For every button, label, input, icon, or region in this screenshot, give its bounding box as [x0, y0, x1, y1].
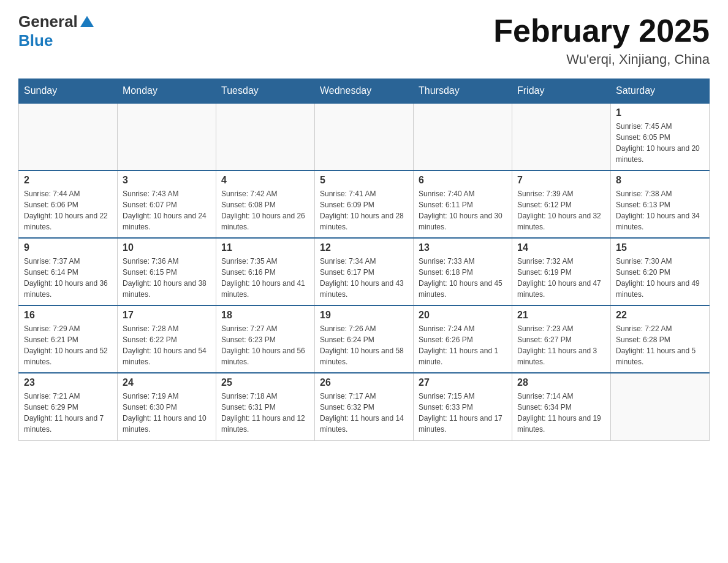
table-cell: 14Sunrise: 7:32 AMSunset: 6:19 PMDayligh… — [512, 238, 611, 305]
day-info: Sunrise: 7:30 AMSunset: 6:20 PMDaylight:… — [616, 256, 704, 300]
day-info: Sunrise: 7:29 AMSunset: 6:21 PMDaylight:… — [24, 323, 112, 367]
day-number: 3 — [123, 175, 211, 186]
day-number: 7 — [517, 175, 605, 186]
day-info: Sunrise: 7:41 AMSunset: 6:09 PMDaylight:… — [320, 188, 408, 232]
day-number: 27 — [419, 377, 507, 388]
header-monday: Monday — [118, 79, 216, 104]
table-cell — [216, 103, 315, 170]
month-title: February 2025 — [493, 12, 710, 49]
week-row-5: 23Sunrise: 7:21 AMSunset: 6:29 PMDayligh… — [19, 373, 710, 440]
day-number: 23 — [24, 377, 112, 388]
table-cell: 21Sunrise: 7:23 AMSunset: 6:27 PMDayligh… — [512, 305, 611, 373]
day-info: Sunrise: 7:32 AMSunset: 6:19 PMDaylight:… — [517, 256, 605, 300]
svg-marker-0 — [80, 16, 94, 27]
day-info: Sunrise: 7:17 AMSunset: 6:32 PMDaylight:… — [320, 391, 408, 435]
day-number: 20 — [419, 310, 507, 321]
day-info: Sunrise: 7:38 AMSunset: 6:13 PMDaylight:… — [616, 188, 704, 232]
table-cell — [118, 103, 216, 170]
day-info: Sunrise: 7:45 AMSunset: 6:05 PMDaylight:… — [616, 121, 704, 165]
day-number: 5 — [320, 175, 408, 186]
day-number: 1 — [616, 107, 704, 118]
table-cell: 19Sunrise: 7:26 AMSunset: 6:24 PMDayligh… — [315, 305, 414, 373]
day-number: 13 — [419, 242, 507, 253]
day-info: Sunrise: 7:35 AMSunset: 6:16 PMDaylight:… — [221, 256, 309, 300]
table-cell: 3Sunrise: 7:43 AMSunset: 6:07 PMDaylight… — [118, 170, 216, 238]
day-info: Sunrise: 7:44 AMSunset: 6:06 PMDaylight:… — [24, 188, 112, 232]
day-number: 2 — [24, 175, 112, 186]
day-info: Sunrise: 7:14 AMSunset: 6:34 PMDaylight:… — [517, 391, 605, 435]
day-info: Sunrise: 7:36 AMSunset: 6:15 PMDaylight:… — [123, 256, 211, 300]
day-number: 12 — [320, 242, 408, 253]
day-info: Sunrise: 7:21 AMSunset: 6:29 PMDaylight:… — [24, 391, 112, 435]
table-cell: 28Sunrise: 7:14 AMSunset: 6:34 PMDayligh… — [512, 373, 611, 440]
table-cell: 10Sunrise: 7:36 AMSunset: 6:15 PMDayligh… — [118, 238, 216, 305]
table-cell: 22Sunrise: 7:22 AMSunset: 6:28 PMDayligh… — [611, 305, 710, 373]
day-info: Sunrise: 7:37 AMSunset: 6:14 PMDaylight:… — [24, 256, 112, 300]
day-info: Sunrise: 7:43 AMSunset: 6:07 PMDaylight:… — [123, 188, 211, 232]
day-info: Sunrise: 7:15 AMSunset: 6:33 PMDaylight:… — [419, 391, 507, 435]
day-number: 10 — [123, 242, 211, 253]
day-number: 18 — [221, 310, 309, 321]
header-tuesday: Tuesday — [216, 79, 315, 104]
day-info: Sunrise: 7:34 AMSunset: 6:17 PMDaylight:… — [320, 256, 408, 300]
table-cell: 2Sunrise: 7:44 AMSunset: 6:06 PMDaylight… — [19, 170, 118, 238]
table-cell — [512, 103, 611, 170]
day-info: Sunrise: 7:24 AMSunset: 6:26 PMDaylight:… — [419, 323, 507, 367]
table-cell: 27Sunrise: 7:15 AMSunset: 6:33 PMDayligh… — [414, 373, 512, 440]
day-info: Sunrise: 7:42 AMSunset: 6:08 PMDaylight:… — [221, 188, 309, 232]
table-cell: 1Sunrise: 7:45 AMSunset: 6:05 PMDaylight… — [611, 103, 710, 170]
day-info: Sunrise: 7:26 AMSunset: 6:24 PMDaylight:… — [320, 323, 408, 367]
table-cell: 7Sunrise: 7:39 AMSunset: 6:12 PMDaylight… — [512, 170, 611, 238]
header-saturday: Saturday — [611, 79, 710, 104]
day-number: 14 — [517, 242, 605, 253]
day-number: 25 — [221, 377, 309, 388]
day-number: 22 — [616, 310, 704, 321]
header-wednesday: Wednesday — [315, 79, 414, 104]
day-number: 8 — [616, 175, 704, 186]
day-info: Sunrise: 7:40 AMSunset: 6:11 PMDaylight:… — [419, 188, 507, 232]
header-thursday: Thursday — [414, 79, 512, 104]
table-cell — [414, 103, 512, 170]
week-row-1: 1Sunrise: 7:45 AMSunset: 6:05 PMDaylight… — [19, 103, 710, 170]
day-info: Sunrise: 7:22 AMSunset: 6:28 PMDaylight:… — [616, 323, 704, 367]
header-friday: Friday — [512, 79, 611, 104]
day-info: Sunrise: 7:28 AMSunset: 6:22 PMDaylight:… — [123, 323, 211, 367]
day-number: 17 — [123, 310, 211, 321]
day-number: 6 — [419, 175, 507, 186]
table-cell: 9Sunrise: 7:37 AMSunset: 6:14 PMDaylight… — [19, 238, 118, 305]
table-cell — [19, 103, 118, 170]
day-number: 4 — [221, 175, 309, 186]
day-number: 15 — [616, 242, 704, 253]
table-cell: 24Sunrise: 7:19 AMSunset: 6:30 PMDayligh… — [118, 373, 216, 440]
table-cell: 6Sunrise: 7:40 AMSunset: 6:11 PMDaylight… — [414, 170, 512, 238]
day-info: Sunrise: 7:23 AMSunset: 6:27 PMDaylight:… — [517, 323, 605, 367]
day-info: Sunrise: 7:39 AMSunset: 6:12 PMDaylight:… — [517, 188, 605, 232]
calendar-table: Sunday Monday Tuesday Wednesday Thursday… — [18, 79, 710, 441]
table-cell: 4Sunrise: 7:42 AMSunset: 6:08 PMDaylight… — [216, 170, 315, 238]
day-number: 26 — [320, 377, 408, 388]
location-title: Wu'erqi, Xinjiang, China — [493, 52, 710, 67]
weekday-header-row: Sunday Monday Tuesday Wednesday Thursday… — [19, 79, 710, 104]
table-cell: 25Sunrise: 7:18 AMSunset: 6:31 PMDayligh… — [216, 373, 315, 440]
logo-blue-part — [78, 15, 94, 29]
day-number: 24 — [123, 377, 211, 388]
day-number: 28 — [517, 377, 605, 388]
day-number: 11 — [221, 242, 309, 253]
header-sunday: Sunday — [19, 79, 118, 104]
table-cell: 13Sunrise: 7:33 AMSunset: 6:18 PMDayligh… — [414, 238, 512, 305]
day-number: 21 — [517, 310, 605, 321]
page-header: General Blue February 2025 Wu'erqi, Xinj… — [18, 12, 710, 67]
table-cell: 16Sunrise: 7:29 AMSunset: 6:21 PMDayligh… — [19, 305, 118, 373]
table-cell: 23Sunrise: 7:21 AMSunset: 6:29 PMDayligh… — [19, 373, 118, 440]
table-cell: 11Sunrise: 7:35 AMSunset: 6:16 PMDayligh… — [216, 238, 315, 305]
day-info: Sunrise: 7:19 AMSunset: 6:30 PMDaylight:… — [123, 391, 211, 435]
day-info: Sunrise: 7:18 AMSunset: 6:31 PMDaylight:… — [221, 391, 309, 435]
logo: General Blue — [18, 12, 94, 50]
table-cell — [611, 373, 710, 440]
table-cell: 15Sunrise: 7:30 AMSunset: 6:20 PMDayligh… — [611, 238, 710, 305]
day-number: 19 — [320, 310, 408, 321]
table-cell: 5Sunrise: 7:41 AMSunset: 6:09 PMDaylight… — [315, 170, 414, 238]
day-number: 16 — [24, 310, 112, 321]
table-cell: 12Sunrise: 7:34 AMSunset: 6:17 PMDayligh… — [315, 238, 414, 305]
table-cell: 8Sunrise: 7:38 AMSunset: 6:13 PMDaylight… — [611, 170, 710, 238]
